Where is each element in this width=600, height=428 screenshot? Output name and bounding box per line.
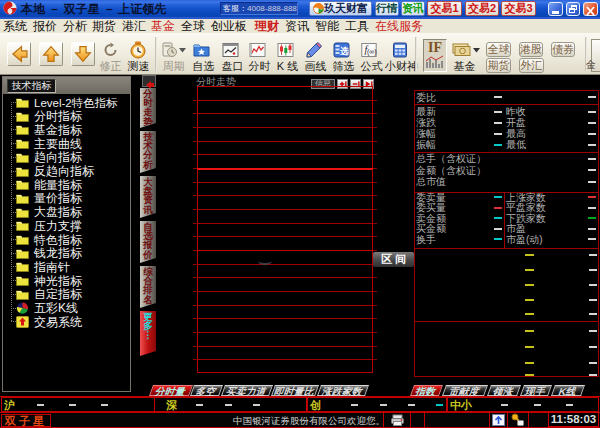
svg-text:选: 选 xyxy=(340,46,349,56)
svg-text:(∞): (∞) xyxy=(367,48,377,56)
